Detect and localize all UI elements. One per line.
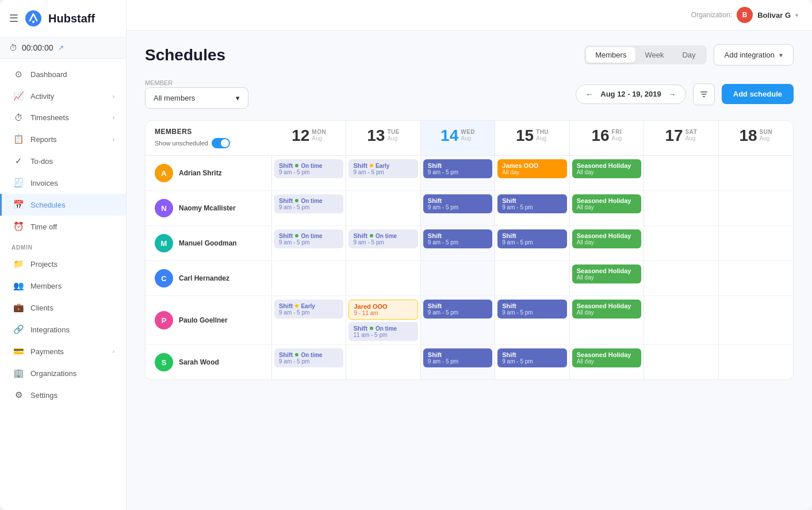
menu-icon[interactable]: ☰ (9, 12, 18, 25)
event-0-0[interactable]: Shift On time 9 am - 5 pm (274, 159, 343, 178)
event-2-1[interactable]: Shift On time 9 am - 5 pm (348, 229, 418, 248)
day-month-13: Aug (387, 135, 397, 141)
event-2-4[interactable]: Seasoned Holiday All day (572, 229, 641, 248)
event-title: Seasoned Holiday (577, 197, 637, 204)
event-5-2[interactable]: Shift 9 am - 5 pm (423, 348, 492, 367)
sidebar-item-clients[interactable]: 💼 Clients (0, 297, 126, 319)
filter-button[interactable] (693, 83, 715, 105)
event-cell-4-2: Shift 9 am - 5 pm (421, 296, 495, 344)
sidebar-header: ☰ Hubstaff (0, 0, 126, 37)
add-schedule-button[interactable]: Add schedule (722, 84, 794, 104)
event-cell-1-0: Shift On time 9 am - 5 pm (272, 191, 346, 225)
sidebar-item-settings[interactable]: ⚙ Settings (0, 384, 126, 406)
event-2-0[interactable]: Shift On time 9 am - 5 pm (274, 229, 343, 248)
event-cell-0-2: Shift 9 am - 5 pm (421, 156, 495, 190)
timer-expand-icon[interactable]: ↗ (58, 44, 64, 52)
event-4-0[interactable]: Shift Early 9 am - 5 pm (274, 300, 343, 319)
tab-members[interactable]: Members (586, 47, 635, 63)
day-header-inner-15: 15 THU Aug (500, 128, 564, 144)
sidebar-item-organizations[interactable]: 🏢 Organizations (0, 362, 126, 384)
org-selector[interactable]: Organization: B Bolivar G ▾ (691, 7, 798, 23)
show-unscheduled-toggle[interactable] (212, 138, 230, 148)
event-4-4[interactable]: Seasoned Holiday All day (572, 300, 641, 319)
event-0-2[interactable]: Shift 9 am - 5 pm (423, 159, 492, 178)
invoices-icon: 🧾 (13, 178, 24, 188)
sidebar-label-todos: To-dos (30, 157, 53, 166)
calendar-day-header-14: 14 WED Aug (421, 121, 495, 155)
day-month-14: Aug (461, 135, 471, 141)
sidebar-item-integrations[interactable]: 🔗 Integrations (0, 319, 126, 340)
nav-item-left-projects: 📁 Projects (13, 259, 58, 269)
event-4-1[interactable]: Jared OOO 9 - 11 am (348, 300, 418, 320)
nav-chevron-payments-icon: › (113, 348, 114, 355)
sidebar-item-dashboard[interactable]: ⊙ Dashboard (0, 63, 126, 85)
sidebar-item-invoices[interactable]: 🧾 Invoices (0, 172, 126, 194)
sidebar-item-schedules[interactable]: 📅 Schedules (0, 194, 126, 216)
day-header-inner-16: 16 FRI Aug (574, 128, 639, 144)
member-select[interactable]: All members ▾ (145, 87, 248, 109)
event-4-3[interactable]: Shift 9 am - 5 pm (497, 300, 566, 319)
sidebar-label-settings: Settings (30, 391, 58, 400)
event-2-3[interactable]: Shift 9 am - 5 pm (497, 229, 566, 248)
event-4-2[interactable]: Shift 9 am - 5 pm (423, 300, 492, 319)
payments-icon: 💳 (13, 346, 24, 356)
event-cell-0-3: James OOO All day (495, 156, 569, 190)
event-0-4[interactable]: Seasoned Holiday All day (572, 159, 641, 178)
event-cell-3-3 (495, 261, 569, 296)
prev-date-button[interactable]: ← (585, 90, 593, 99)
event-0-3[interactable]: James OOO All day (497, 159, 566, 178)
event-cell-1-5 (644, 191, 718, 225)
dashboard-icon: ⊙ (13, 69, 24, 79)
event-5-0[interactable]: Shift On time 9 am - 5 pm (274, 348, 343, 367)
next-date-button[interactable]: → (668, 90, 676, 99)
tab-week[interactable]: Week (635, 47, 673, 63)
sidebar-item-activity[interactable]: 📈 Activity › (0, 85, 126, 107)
event-dot (295, 234, 298, 237)
event-1-2[interactable]: Shift 9 am - 5 pm (423, 194, 492, 213)
sidebar-item-members[interactable]: 👥 Members (0, 275, 126, 297)
event-status: On time (301, 198, 322, 204)
nav-item-left-settings: ⚙ Settings (13, 390, 58, 400)
event-1-0[interactable]: Shift On time 9 am - 5 pm (274, 194, 343, 213)
sidebar-item-timeoff[interactable]: ⏰ Time off (0, 216, 126, 237)
event-2-2[interactable]: Shift 9 am - 5 pm (423, 229, 492, 248)
nav-item-left-invoices: 🧾 Invoices (13, 178, 58, 188)
calendar-row-2: M Manuel Goodman Shift On time 9 am - 5 … (145, 226, 793, 261)
event-cell-0-6 (719, 156, 793, 190)
event-time: 9 - 11 am (354, 310, 412, 316)
event-1-3[interactable]: Shift 9 am - 5 pm (497, 194, 566, 213)
event-cell-5-3: Shift 9 am - 5 pm (495, 345, 569, 379)
nav-item-left-schedules: 📅 Schedules (13, 200, 66, 210)
show-unscheduled-label: Show unscheduled (155, 140, 208, 147)
event-title: Shift On time (279, 232, 339, 239)
sidebar-item-todos[interactable]: ✓ To-dos (0, 150, 126, 172)
event-3-4[interactable]: Seasoned Holiday All day (572, 264, 641, 283)
svg-point-1 (32, 21, 35, 23)
calendar-day-header-13: 13 TUE Aug (346, 121, 420, 155)
event-1-4[interactable]: Seasoned Holiday All day (572, 194, 641, 213)
sidebar-item-payments[interactable]: 💳 Payments › (0, 340, 126, 362)
event-dot (295, 199, 298, 202)
event-time: All day (577, 309, 637, 316)
sidebar-label-activity: Activity (30, 92, 54, 101)
sidebar: ☰ Hubstaff ⏱ 00:00:00 ↗ ⊙ Dashboard 📈 Ac… (0, 0, 127, 510)
event-title: Shift (502, 232, 562, 239)
event-5-4[interactable]: Seasoned Holiday All day (572, 348, 641, 367)
add-integration-button[interactable]: Add integration ▾ (714, 44, 794, 66)
sidebar-item-projects[interactable]: 📁 Projects (0, 253, 126, 275)
tab-day[interactable]: Day (673, 47, 704, 63)
calendar-day-header-16: 16 FRI Aug (570, 121, 644, 155)
event-4-1[interactable]: Shift On time 11 am - 5 pm (348, 322, 418, 341)
event-0-1[interactable]: Shift Early 9 am - 5 pm (348, 159, 418, 178)
sidebar-item-reports[interactable]: 📋 Reports › (0, 128, 126, 150)
sidebar-item-timesheets[interactable]: ⏱ Timesheets › (0, 107, 126, 128)
event-title: Shift (428, 197, 488, 204)
event-dot (370, 234, 373, 237)
event-title: Shift (428, 232, 488, 239)
event-5-3[interactable]: Shift 9 am - 5 pm (497, 348, 566, 367)
activity-icon: 📈 (13, 91, 24, 101)
calendar-row-1: N Naomy Mcallister Shift On time 9 am - … (145, 191, 793, 226)
view-tabs: MembersWeekDay (584, 45, 706, 64)
admin-section-label: ADMIN (0, 237, 126, 253)
event-status: On time (376, 233, 397, 239)
